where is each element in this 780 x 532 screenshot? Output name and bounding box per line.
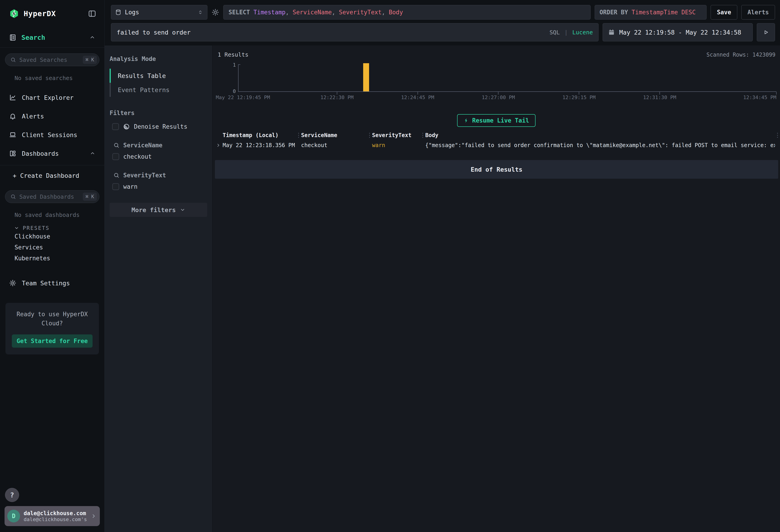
saved-dashboards-input[interactable]: ⌘ K — [5, 190, 99, 203]
calendar-icon — [608, 29, 615, 36]
sidebar-item-team-settings[interactable]: Team Settings — [0, 274, 104, 292]
sidebar: HyperDX Search ⌘ K No saved searches Cha… — [0, 0, 105, 532]
sidebar-item-alerts[interactable]: Alerts — [0, 107, 104, 126]
live-tail-row: Resume Live Tail — [213, 114, 780, 127]
y-axis-tick-0: 0 — [227, 88, 236, 94]
cell-severitytext: warn — [372, 142, 420, 148]
mode-results-table[interactable]: Results Table — [118, 69, 207, 83]
x-tick — [418, 92, 418, 95]
sidebar-collapse-icon[interactable] — [88, 9, 96, 18]
x-axis-label: 12:22:30 PM — [321, 95, 354, 100]
chart-line-icon — [9, 94, 16, 101]
chevron-up-icon[interactable] — [89, 35, 95, 41]
column-resize-handle-icon[interactable] — [367, 132, 372, 138]
database-icon — [115, 9, 121, 15]
hyperdx-logo-icon[interactable] — [9, 9, 19, 19]
help-button[interactable]: ? — [5, 488, 19, 502]
warn-checkbox[interactable] — [112, 183, 119, 190]
analysis-mode-list: Results Table Event Patterns — [110, 69, 207, 97]
laptop-icon — [9, 131, 16, 139]
cloud-promo-card: Ready to use HyperDX Cloud? Get Started … — [5, 303, 99, 354]
preset-kubernetes[interactable]: Kubernetes — [0, 253, 104, 264]
sql-field-timestamp: Timestamp — [253, 9, 286, 16]
column-resize-handle-icon[interactable] — [420, 132, 425, 138]
filter-group-header[interactable]: ServiceName — [110, 142, 207, 149]
saved-dashboards-field[interactable] — [19, 193, 80, 200]
topbar-row-1: Logs SELECT Timestamp, ServiceName, Seve… — [111, 5, 775, 19]
sidebar-item-search[interactable]: Search — [0, 34, 104, 48]
filter-group-header[interactable]: SeverityText — [110, 172, 207, 179]
row-expand-chevron-icon[interactable] — [216, 143, 223, 148]
avatar: D — [7, 510, 20, 523]
chevron-down-icon — [180, 207, 185, 212]
results-histogram: 1 0 May 22 12:19:45 PM 12:22:30 PM 12:24… — [213, 61, 780, 107]
results-table-header: Timestamp (Local) ServiceName SeverityTe… — [213, 130, 780, 141]
comma: , — [332, 9, 335, 16]
filter-option: warn — [110, 183, 207, 190]
source-select[interactable]: Logs — [111, 5, 207, 19]
resume-live-tail-button[interactable]: Resume Live Tail — [457, 114, 535, 127]
brand-row: HyperDX — [0, 0, 104, 19]
nav-label: Alerts — [22, 113, 95, 120]
preset-clickhouse[interactable]: Clickhouse — [0, 231, 104, 242]
presets-toggle[interactable]: PRESETS — [0, 225, 104, 231]
sidebar-item-chart-explorer[interactable]: Chart Explorer — [0, 88, 104, 107]
mode-sql-toggle[interactable]: SQL — [549, 29, 559, 36]
filter-option-label[interactable]: warn — [123, 183, 138, 190]
search-query-input[interactable]: failed to send order SQL | Lucene — [111, 23, 598, 41]
results-header: 1 Results Scanned Rows: 1423099 — [213, 45, 780, 58]
checkout-checkbox[interactable] — [112, 153, 119, 160]
presets-label: PRESETS — [23, 225, 50, 231]
comma: , — [285, 9, 289, 16]
mode-rail-active — [110, 69, 111, 83]
user-menu[interactable]: D dale@clickhouse.com dale@clickhouse.co… — [5, 506, 100, 526]
scanned-rows: Scanned Rows: 1423099 — [706, 52, 775, 58]
select-columns-input[interactable]: SELECT Timestamp, ServiceName, SeverityT… — [223, 5, 591, 19]
date-range-picker[interactable]: May 22 12:19:58 - May 22 12:34:58 — [603, 23, 753, 41]
x-tick — [660, 92, 660, 95]
cell-body: {"message":"failed to send order confirm… — [425, 142, 775, 148]
x-axis-label: 12:31:30 PM — [643, 95, 676, 100]
brand-title: HyperDX — [23, 9, 84, 18]
alerts-button[interactable]: Alerts — [741, 5, 775, 19]
mode-rail — [110, 69, 111, 97]
filter-group-name: ServiceName — [123, 142, 162, 149]
order-by-input[interactable]: ORDER BY TimestampTime DESC — [595, 5, 706, 19]
filters-label: Filters — [110, 109, 207, 116]
mode-event-patterns[interactable]: Event Patterns — [118, 83, 207, 97]
topbar: Logs SELECT Timestamp, ServiceName, Seve… — [105, 0, 780, 45]
search-section-label: Search — [21, 34, 84, 41]
saved-searches-input[interactable]: ⌘ K — [5, 53, 99, 66]
chevron-up-icon[interactable] — [90, 151, 95, 156]
nav-label: Team Settings — [22, 280, 95, 287]
search-query-value: failed to send order — [117, 29, 545, 36]
filters-panel: Analysis Mode Results Table Event Patter… — [105, 45, 212, 532]
mode-lucene-toggle[interactable]: Lucene — [572, 29, 593, 36]
plot-area: May 22 12:19:45 PM 12:22:30 PM 12:24:45 … — [239, 64, 776, 92]
column-resize-handle-icon[interactable] — [775, 132, 780, 138]
save-button[interactable]: Save — [711, 5, 737, 19]
saved-searches-field[interactable] — [19, 57, 80, 63]
create-dashboard-button[interactable]: + Create Dashboard — [0, 166, 104, 184]
sidebar-item-client-sessions[interactable]: Client Sessions — [0, 126, 104, 144]
filter-group-name: SeverityText — [123, 172, 166, 179]
run-query-button[interactable] — [757, 23, 775, 41]
filter-option-label[interactable]: checkout — [123, 153, 152, 160]
denoise-checkbox[interactable] — [112, 123, 119, 130]
x-tick — [498, 92, 498, 95]
more-filters-button[interactable]: More filters — [110, 203, 207, 217]
column-resize-handle-icon[interactable] — [296, 132, 301, 138]
user-lines: dale@clickhouse.com dale@clickhouse.com'… — [23, 510, 87, 522]
histogram-bar[interactable] — [363, 63, 369, 91]
mode-divider: | — [565, 29, 568, 36]
get-started-button[interactable]: Get Started for Free — [12, 334, 93, 348]
sidebar-item-dashboards[interactable]: Dashboards — [0, 144, 104, 163]
x-tick — [337, 92, 337, 95]
resume-live-tail-label: Resume Live Tail — [472, 117, 529, 124]
no-saved-dashboards-text: No saved dashboards — [0, 212, 104, 218]
table-row[interactable]: May 22 12:23:18.356 PM checkout warn {"m… — [213, 141, 780, 150]
preset-services[interactable]: Services — [0, 242, 104, 253]
sidebar-nav: Chart Explorer Alerts Client Sessions Da… — [0, 88, 104, 163]
chevron-down-icon — [14, 226, 19, 231]
source-settings-gear-icon[interactable] — [211, 8, 219, 16]
